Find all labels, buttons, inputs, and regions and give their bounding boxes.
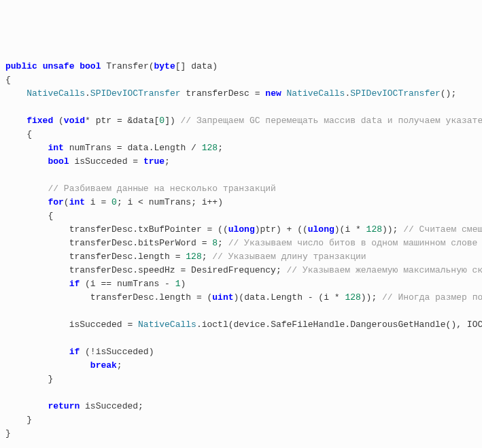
token: .	[85, 88, 90, 99]
token: {	[27, 129, 32, 139]
token: true	[143, 156, 165, 167]
token: bitsPerWord	[138, 238, 196, 248]
token: // Запрещаем GC перемещать массив data и…	[181, 116, 482, 126]
token: }	[48, 374, 53, 384]
token: SafeFileHandle	[271, 320, 345, 330]
token: .	[133, 252, 138, 262]
token: Transfer	[106, 61, 148, 71]
token: // Указываем длину транзакции	[212, 252, 366, 262]
token: new	[265, 88, 281, 99]
token: ptr	[260, 224, 276, 235]
code-line: transferDesc.length = (uint)(data.Length…	[5, 291, 482, 305]
token: txBufPointer	[138, 224, 202, 235]
token: i	[90, 197, 96, 207]
token: .	[265, 320, 271, 330]
token: ++)	[207, 197, 223, 207]
token: isSucceded	[69, 320, 122, 330]
token: IOC	[467, 320, 482, 330]
token: =	[175, 265, 191, 275]
code-line: NativeCalls.SPIDevIOCTransfer transferDe…	[5, 87, 482, 101]
token: // Указываем число битов в одном машинно…	[228, 238, 482, 248]
token: ;	[165, 156, 170, 167]
token: ));	[382, 224, 403, 235]
code-line	[5, 386, 482, 400]
token: numTrans	[117, 279, 159, 289]
token: NativeCalls	[27, 88, 85, 99]
token: ;	[138, 401, 143, 411]
token: =	[111, 143, 127, 153]
token: *	[350, 224, 366, 235]
token: 128	[366, 224, 382, 235]
token: }	[5, 428, 11, 438]
token: // Считаем смещ	[403, 224, 482, 235]
token: return	[48, 401, 80, 411]
token: .	[265, 292, 271, 303]
token: data	[244, 292, 265, 303]
code-line: {	[5, 128, 482, 141]
token: if	[69, 347, 80, 357]
code-line	[5, 101, 482, 114]
token: length	[159, 292, 191, 303]
token: = ((	[202, 224, 228, 235]
code-line: transferDesc.bitsPerWord = 8; // Указыва…	[5, 237, 482, 250]
token: int	[69, 197, 85, 207]
token: (	[149, 61, 154, 71]
token: (),	[446, 320, 467, 330]
token: for	[48, 197, 63, 207]
token: *	[85, 116, 96, 126]
token: )	[212, 61, 218, 71]
token: isSucceded	[96, 347, 149, 357]
token: = (	[191, 292, 212, 303]
token: []	[175, 61, 191, 71]
code-line: transferDesc.txBufPointer = ((ulong)ptr)…	[5, 223, 482, 237]
token	[281, 88, 287, 99]
token: uint	[212, 292, 233, 303]
token: numTrans	[69, 143, 111, 153]
token: // Иногда размер по	[382, 292, 482, 303]
code-line: if (i == numTrans - 1)	[5, 277, 482, 291]
code-line: {	[5, 73, 482, 87]
token: 128	[345, 292, 360, 303]
token: ;	[202, 252, 213, 262]
token: = &	[111, 116, 133, 126]
token: =	[96, 197, 111, 207]
token: SPIDevIOCTransfer	[350, 88, 441, 99]
code-line: public unsafe bool Transfer(byte[] data)	[5, 60, 482, 73]
token	[64, 143, 69, 153]
token: SPIDevIOCTransfer	[90, 88, 181, 99]
token: )	[181, 279, 186, 289]
token: )	[255, 224, 260, 235]
token: =	[170, 252, 186, 262]
token	[80, 401, 85, 411]
token: public	[5, 61, 37, 71]
code-line: int numTrans = data.Length / 128;	[5, 141, 482, 155]
code-line: }	[5, 413, 482, 427]
token: ])	[165, 116, 180, 126]
token: ulong	[308, 224, 334, 235]
token: {	[5, 75, 11, 85]
token: =	[127, 156, 143, 167]
code-line	[5, 332, 482, 345]
token: data	[127, 143, 148, 153]
token: i	[90, 279, 96, 289]
token: ==	[96, 279, 117, 289]
code-line: bool isSucceded = true;	[5, 155, 482, 169]
token: 8	[212, 238, 218, 248]
token: void	[64, 116, 85, 126]
token: 0	[159, 116, 165, 126]
token: <	[133, 197, 148, 207]
token: bool	[48, 156, 69, 167]
token: isSucceded	[85, 401, 138, 411]
token: {	[48, 211, 53, 221]
token: .	[133, 265, 138, 275]
token: fixed	[27, 116, 53, 126]
code-line	[5, 305, 482, 318]
token: byte	[154, 61, 175, 71]
token: ));	[361, 292, 382, 303]
token: numTrans	[149, 197, 191, 207]
token: ;	[276, 265, 287, 275]
token: i	[202, 197, 207, 207]
token: bool	[80, 61, 101, 71]
token: ioctl	[202, 320, 228, 330]
token: *	[329, 292, 345, 303]
